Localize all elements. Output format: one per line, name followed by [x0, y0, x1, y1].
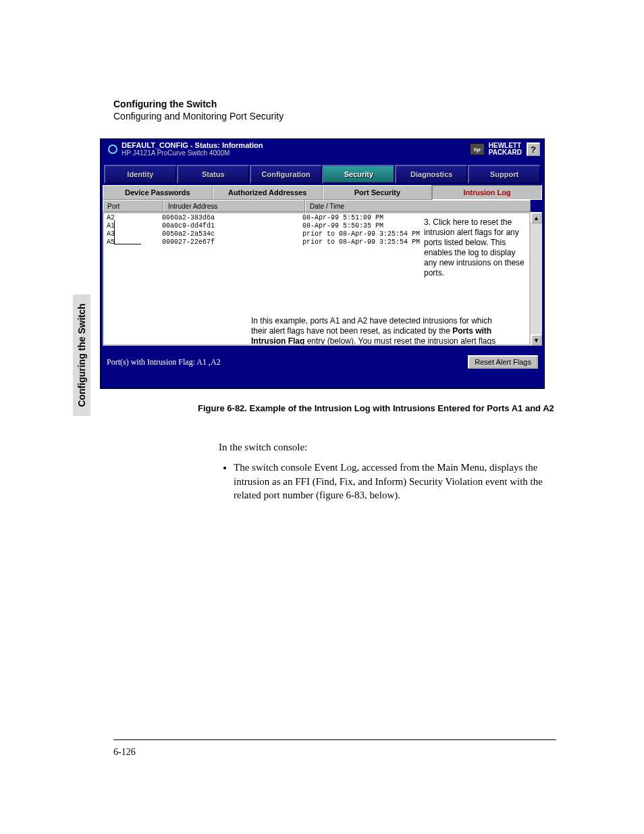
- subtab-port-security[interactable]: Port Security: [323, 185, 433, 200]
- app-icon: [108, 145, 117, 154]
- reset-alert-flags-button[interactable]: Reset Alert Flags: [468, 355, 538, 369]
- screenshot-window: DEFAULT_CONFIG - Status: Information HP …: [100, 138, 545, 389]
- intrusion-flag-text: Port(s) with Intrusion Flag: A1 ,A2: [107, 357, 221, 367]
- status-line: Port(s) with Intrusion Flag: A1 ,A2 Rese…: [103, 354, 542, 370]
- tab-diagnostics[interactable]: Diagnostics: [395, 165, 468, 184]
- sub-tab-row: Device Passwords Authorized Addresses Po…: [103, 185, 542, 200]
- scroll-up-button[interactable]: ▲: [531, 212, 542, 224]
- window-title-line1: DEFAULT_CONFIG - Status: Information: [122, 141, 263, 149]
- callout-right: 3. Click here to reset the intrusion ale…: [424, 217, 529, 278]
- scrollbar[interactable]: ▲ ▼: [531, 212, 542, 346]
- side-tab: Configuring the Switch: [73, 294, 90, 416]
- col-port: Port: [103, 200, 163, 212]
- main-tab-row: Identity Status Configuration Security D…: [103, 165, 542, 184]
- col-intruder-address: Intruder Address: [163, 200, 305, 212]
- cell-addr: 0050a2-2a534c: [162, 230, 302, 238]
- callout-left-1: In this example, ports A1 and A2 have de…: [251, 316, 498, 344]
- subtab-device-passwords[interactable]: Device Passwords: [103, 185, 213, 200]
- cell-addr: 009027-22e67f: [162, 238, 302, 246]
- tab-support[interactable]: Support: [468, 165, 541, 184]
- tab-status[interactable]: Status: [177, 165, 250, 184]
- connector-line: [114, 220, 141, 244]
- window-title-line2: HP J4121A ProCurve Switch 4000M: [122, 149, 263, 157]
- cell-addr: 00a0c9-dd4fd1: [162, 222, 302, 230]
- figure-caption: Figure 6-82. Example of the Intrusion Lo…: [198, 403, 556, 413]
- hp-logo-icon: hp: [470, 143, 485, 155]
- subtab-intrusion-log[interactable]: Intrusion Log: [432, 185, 542, 200]
- tab-identity[interactable]: Identity: [104, 165, 177, 184]
- help-button[interactable]: ?: [527, 142, 540, 156]
- scroll-track[interactable]: [531, 224, 542, 334]
- footer-rule: [113, 739, 556, 740]
- body-text: In the switch console: The switch consol…: [219, 440, 556, 506]
- brand-area: hp HEWLETT PACKARD: [470, 142, 522, 156]
- page-number: 6-126: [113, 747, 136, 758]
- window-titlebar: DEFAULT_CONFIG - Status: Information HP …: [103, 141, 542, 161]
- running-header-title: Configuring the Switch: [113, 99, 284, 109]
- col-date-time: Date / Time: [305, 200, 531, 212]
- running-header-subtitle: Configuring and Monitoring Port Security: [113, 111, 284, 122]
- body-intro: In the switch console:: [219, 440, 556, 454]
- scroll-down-button[interactable]: ▼: [531, 334, 542, 346]
- column-header-row: Port Intruder Address Date / Time: [103, 200, 531, 212]
- side-tab-label: Configuring the Switch: [76, 303, 87, 407]
- tab-configuration[interactable]: Configuration: [250, 165, 323, 184]
- body-bullet: The switch console Event Log, accessed f…: [234, 461, 556, 502]
- cell-addr: 0060a2-383d6a: [162, 214, 302, 221]
- running-header: Configuring the Switch Configuring and M…: [113, 99, 284, 122]
- tab-security[interactable]: Security: [322, 165, 395, 184]
- subtab-authorized-addresses[interactable]: Authorized Addresses: [213, 185, 323, 200]
- brand-line2: PACKARD: [489, 149, 522, 156]
